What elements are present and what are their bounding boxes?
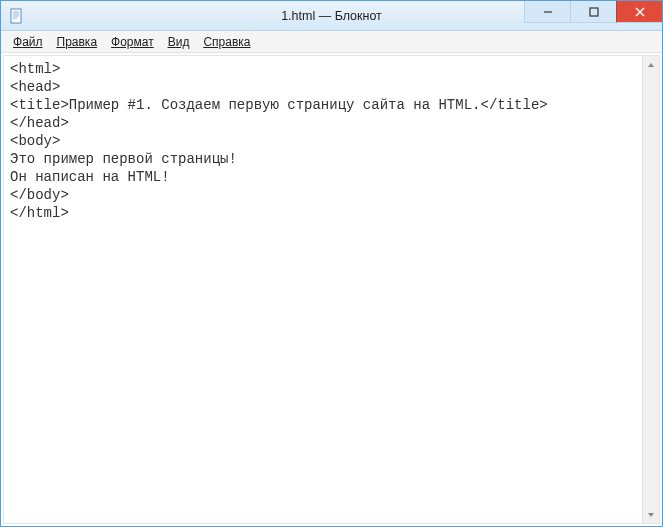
menu-file[interactable]: Файл [7,33,49,51]
menu-format[interactable]: Формат [105,33,160,51]
notepad-window: 1.html — Блокнот Файл Правка Формат Вид … [0,0,663,527]
svg-rect-6 [590,8,598,16]
text-editor[interactable]: <html> <head> <title>Пример #1. Создаем … [4,56,642,523]
scroll-down-icon[interactable] [643,506,659,523]
svg-marker-10 [648,513,654,517]
scroll-up-icon[interactable] [643,56,659,73]
menu-file-label: Файл [13,35,43,49]
menu-edit[interactable]: Правка [51,33,104,51]
editor-container: <html> <head> <title>Пример #1. Создаем … [3,55,660,524]
menu-help[interactable]: Справка [197,33,256,51]
menu-help-label: Справка [203,35,250,49]
window-controls [524,1,662,23]
close-button[interactable] [616,1,662,23]
menubar: Файл Правка Формат Вид Справка [1,31,662,53]
titlebar[interactable]: 1.html — Блокнот [1,1,662,31]
minimize-button[interactable] [524,1,570,23]
vertical-scrollbar[interactable] [642,56,659,523]
menu-view[interactable]: Вид [162,33,196,51]
menu-view-label: Вид [168,35,190,49]
app-icon [9,8,25,24]
menu-format-label: Формат [111,35,154,49]
menu-edit-label: Правка [57,35,98,49]
svg-marker-9 [648,63,654,67]
maximize-button[interactable] [570,1,616,23]
